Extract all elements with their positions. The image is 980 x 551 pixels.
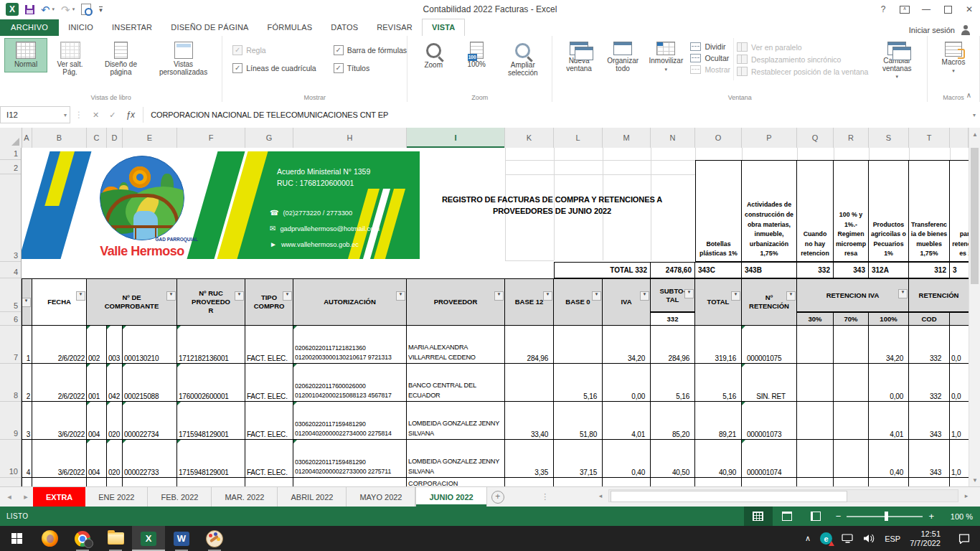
clock[interactable]: 12:51 7/7/2022	[910, 529, 941, 548]
cell-S7[interactable]: 34,20	[869, 326, 909, 364]
cell-U8[interactable]: 0,0	[950, 364, 969, 402]
row-header-3[interactable]: 3	[0, 174, 21, 262]
header-tipo-compro[interactable]: TIPO COMPRO▼	[245, 278, 293, 326]
cell-K10[interactable]: 3,35	[505, 440, 554, 478]
banner-image[interactable]: Acuerdo Ministerial N° 1359 RUC : 176812…	[22, 151, 420, 259]
row-header-8[interactable]: 8	[0, 364, 21, 402]
column-header-I[interactable]: I	[407, 128, 505, 148]
column-header-F[interactable]: F	[177, 128, 245, 148]
cell-R4[interactable]: 343	[834, 262, 869, 278]
zoom-button[interactable]: Zoom	[412, 38, 455, 73]
column-header-A[interactable]: A	[22, 128, 32, 148]
header-base-0[interactable]: BASE 0▼	[554, 278, 603, 326]
name-box[interactable]: I12 ▾	[0, 106, 70, 123]
cell-T3[interactable]: Transferencia de bienes muebles 1,75%	[909, 160, 950, 262]
horizontal-scroll-thumb[interactable]	[611, 491, 847, 502]
header-sub-332[interactable]: 332	[651, 312, 695, 326]
cell-G9[interactable]: FACT. ELEC.	[245, 402, 293, 440]
header-base-12[interactable]: BASE 12▼	[505, 278, 554, 326]
redo-caret-icon[interactable]: ▾	[72, 6, 75, 12]
eset-icon[interactable]: e	[820, 532, 832, 545]
header-sub-partial[interactable]	[950, 312, 969, 326]
cell-E7[interactable]: 000130210	[123, 326, 177, 364]
checkbox-titulos[interactable]: ✓Títulos	[334, 63, 407, 73]
cell-Q9[interactable]	[797, 402, 834, 440]
dividir-button[interactable]: Dividir	[690, 42, 730, 51]
cell-H11[interactable]	[293, 478, 407, 486]
row-header-5[interactable]: 5	[0, 278, 21, 312]
cell-M11[interactable]	[603, 478, 651, 486]
mostrar-button[interactable]: Mostrar	[690, 65, 730, 74]
cell-P9[interactable]: 000001073	[742, 402, 797, 440]
cell-U10[interactable]: 1,0	[950, 440, 969, 478]
customize-qat-icon[interactable]: ▾	[99, 6, 103, 13]
cell-L9[interactable]: 51,80	[554, 402, 603, 440]
cell-Q7[interactable]	[797, 326, 834, 364]
tab-insertar[interactable]: INSERTAR	[103, 19, 161, 36]
taskbar-paint[interactable]	[198, 526, 231, 551]
zoom-to-selection-button[interactable]: Ampliar selección	[498, 38, 547, 80]
row-header-9[interactable]: 9	[0, 402, 21, 440]
cell-I8[interactable]: BANCO CENTRAL DEL ECUADOR	[407, 364, 505, 402]
filter-icon[interactable]: ▼	[898, 289, 908, 298]
filter-icon[interactable]: ▼	[166, 291, 176, 301]
header-autorizaci-n[interactable]: AUTORIZACIÓN▼	[293, 278, 407, 326]
tab-revisar[interactable]: REVISAR	[367, 19, 422, 36]
tab-archivo[interactable]: ARCHIVO	[0, 19, 59, 36]
cell-A11[interactable]	[22, 478, 32, 486]
formula-input[interactable]: CORPORACION NACIONAL DE TELECOMUNICACION…	[143, 107, 969, 123]
column-header-partial[interactable]	[950, 128, 969, 148]
cell-K8[interactable]	[505, 364, 554, 402]
page-break-status-button[interactable]	[801, 507, 830, 526]
cell-Q8[interactable]	[797, 364, 834, 402]
filter-icon[interactable]: ▼	[396, 291, 405, 301]
page-break-view-button[interactable]: Ver salt. Pág.	[47, 38, 93, 80]
column-header-B[interactable]: B	[32, 128, 87, 148]
column-header-L[interactable]: L	[554, 128, 603, 148]
help-icon[interactable]: ?	[872, 0, 894, 19]
filter-icon[interactable]: ▼	[22, 298, 31, 307]
cell-O10[interactable]: 40,90	[695, 440, 742, 478]
header-n-ruc-proveedor[interactable]: Nº RUC PROVEEDOR▼	[177, 278, 245, 326]
organizar-todo-button[interactable]: Organizar todo	[601, 38, 645, 76]
cell-U7[interactable]: 0,0	[950, 326, 969, 364]
taskbar-word[interactable]: W	[165, 526, 198, 551]
row-header-10[interactable]: 10	[0, 440, 21, 478]
cell-T4[interactable]: 312	[909, 262, 950, 278]
cell-E11[interactable]	[123, 478, 177, 486]
header-sub-30[interactable]: 30%	[797, 312, 834, 326]
filter-icon[interactable]: ▼	[543, 291, 552, 301]
cell-G10[interactable]: FACT. ELEC.	[245, 440, 293, 478]
cell-S9[interactable]: 4,01	[869, 402, 909, 440]
zoom-100-button[interactable]: 100 100%	[455, 38, 498, 72]
tab-datos[interactable]: DATOS	[321, 19, 367, 36]
cell-R9[interactable]	[834, 402, 869, 440]
custom-views-button[interactable]: Vistas personalizadas	[149, 38, 217, 80]
cell-H10[interactable]: 030620220117159481290 012004020000022733…	[293, 440, 407, 478]
filter-icon[interactable]: ▼	[731, 291, 740, 301]
filter-icon[interactable]: ▼	[76, 291, 85, 301]
cell-H8[interactable]: 020620220117600026000 012001042000215088…	[293, 364, 407, 402]
scroll-up-icon[interactable]: ▲	[969, 128, 980, 141]
page-layout-view-button[interactable]: Diseño de página	[93, 38, 149, 80]
sheet-tab-ene-2022[interactable]: ENE 2022	[85, 487, 148, 507]
cell-L7[interactable]	[554, 326, 603, 364]
filter-icon[interactable]: ▼	[786, 291, 796, 301]
cell-O4[interactable]: 343C	[695, 262, 742, 278]
cell-G11[interactable]	[245, 478, 293, 486]
cell-Q11[interactable]	[797, 478, 834, 486]
cell-D8[interactable]: 042	[107, 364, 123, 402]
column-header-C[interactable]: C	[87, 128, 107, 148]
sheet-nav-left-icon[interactable]: ◂	[0, 487, 19, 507]
sign-in[interactable]: Iniciar sesión	[909, 24, 980, 36]
cell-U4[interactable]: 3	[950, 262, 969, 278]
cell-E10[interactable]: 000022733	[123, 440, 177, 478]
row-header-1[interactable]: 1	[0, 148, 21, 160]
ver-en-paralelo-button[interactable]: Ver en paralelo	[737, 42, 868, 52]
page-layout-status-button[interactable]	[773, 507, 801, 526]
start-button[interactable]	[0, 526, 33, 551]
cell-D7[interactable]: 003	[107, 326, 123, 364]
cell-H9[interactable]: 030620220117159481290 012004020000022734…	[293, 402, 407, 440]
header-n-retenci-n[interactable]: Nº RETENCIÓN▼	[742, 278, 797, 326]
insert-function-icon[interactable]: ƒx	[121, 110, 140, 120]
